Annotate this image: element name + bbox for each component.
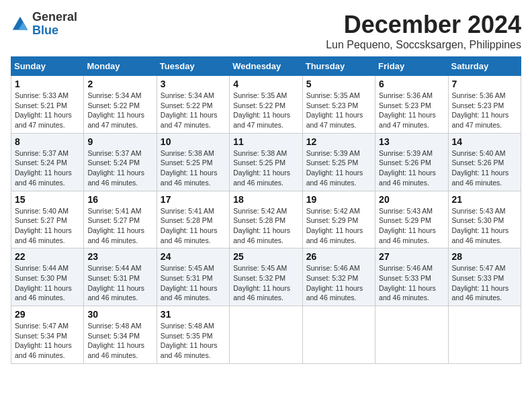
day-number: 27 (379, 251, 444, 262)
week-row-3: 15 Sunrise: 5:40 AMSunset: 5:27 PMDaylig… (11, 191, 521, 248)
day-info: Sunrise: 5:47 AMSunset: 5:34 PMDaylight:… (15, 321, 80, 361)
calendar-cell (230, 306, 302, 364)
calendar-cell: 25 Sunrise: 5:45 AMSunset: 5:32 PMDaylig… (230, 248, 302, 306)
day-number: 7 (452, 79, 517, 89)
day-number: 24 (161, 251, 226, 262)
day-info: Sunrise: 5:45 AMSunset: 5:31 PMDaylight:… (161, 263, 226, 303)
calendar-cell: 12 Sunrise: 5:39 AMSunset: 5:25 PMDaylig… (302, 133, 375, 191)
day-info: Sunrise: 5:43 AMSunset: 5:29 PMDaylight:… (379, 206, 444, 246)
weekday-header-wednesday: Wednesday (230, 57, 302, 76)
location-subtitle: Lun Pequeno, Soccsksargen, Philippines (326, 39, 521, 51)
day-info: Sunrise: 5:43 AMSunset: 5:30 PMDaylight:… (452, 206, 517, 246)
day-info: Sunrise: 5:34 AMSunset: 5:22 PMDaylight:… (161, 91, 226, 130)
calendar-cell: 31 Sunrise: 5:48 AMSunset: 5:35 PMDaylig… (157, 306, 229, 364)
calendar-cell (448, 306, 521, 364)
calendar-cell: 11 Sunrise: 5:38 AMSunset: 5:25 PMDaylig… (230, 133, 302, 191)
day-number: 13 (379, 136, 444, 147)
calendar-cell: 15 Sunrise: 5:40 AMSunset: 5:27 PMDaylig… (11, 191, 84, 248)
day-info: Sunrise: 5:33 AMSunset: 5:21 PMDaylight:… (15, 91, 80, 130)
logo-icon (11, 15, 30, 34)
weekday-header-sunday: Sunday (11, 57, 84, 76)
weekday-header-row: SundayMondayTuesdayWednesdayThursdayFrid… (11, 57, 521, 76)
day-number: 5 (306, 79, 371, 89)
calendar-cell: 7 Sunrise: 5:36 AMSunset: 5:23 PMDayligh… (448, 76, 521, 134)
day-info: Sunrise: 5:34 AMSunset: 5:22 PMDaylight:… (87, 91, 152, 130)
day-info: Sunrise: 5:46 AMSunset: 5:32 PMDaylight:… (306, 263, 371, 303)
calendar-cell: 23 Sunrise: 5:44 AMSunset: 5:31 PMDaylig… (84, 248, 157, 306)
calendar-cell: 21 Sunrise: 5:43 AMSunset: 5:30 PMDaylig… (448, 191, 521, 248)
weekday-header-monday: Monday (84, 57, 157, 76)
day-number: 9 (87, 136, 152, 147)
calendar-cell: 10 Sunrise: 5:38 AMSunset: 5:25 PMDaylig… (157, 133, 229, 191)
day-number: 23 (87, 251, 152, 262)
calendar-cell: 20 Sunrise: 5:43 AMSunset: 5:29 PMDaylig… (375, 191, 448, 248)
calendar-cell (302, 306, 375, 364)
weekday-header-saturday: Saturday (448, 57, 521, 76)
day-info: Sunrise: 5:36 AMSunset: 5:23 PMDaylight:… (379, 91, 444, 130)
day-info: Sunrise: 5:38 AMSunset: 5:25 PMDaylight:… (161, 148, 226, 188)
day-number: 4 (233, 79, 298, 89)
day-info: Sunrise: 5:41 AMSunset: 5:28 PMDaylight:… (161, 206, 226, 246)
day-number: 29 (15, 309, 80, 320)
calendar-cell: 26 Sunrise: 5:46 AMSunset: 5:32 PMDaylig… (302, 248, 375, 306)
day-number: 6 (379, 79, 444, 89)
day-info: Sunrise: 5:44 AMSunset: 5:30 PMDaylight:… (15, 263, 80, 303)
page-header: General Blue December 2024 Lun Pequeno, … (11, 11, 521, 51)
day-number: 15 (15, 194, 80, 205)
day-number: 11 (233, 136, 298, 147)
day-info: Sunrise: 5:35 AMSunset: 5:23 PMDaylight:… (306, 91, 371, 130)
day-number: 2 (87, 79, 152, 89)
day-number: 8 (15, 136, 80, 147)
day-info: Sunrise: 5:40 AMSunset: 5:26 PMDaylight:… (452, 148, 517, 188)
day-info: Sunrise: 5:48 AMSunset: 5:34 PMDaylight:… (87, 321, 152, 361)
title-block: December 2024 Lun Pequeno, Soccsksargen,… (326, 11, 521, 51)
week-row-5: 29 Sunrise: 5:47 AMSunset: 5:34 PMDaylig… (11, 306, 521, 364)
weekday-header-friday: Friday (375, 57, 448, 76)
logo-general: General (32, 10, 77, 24)
day-info: Sunrise: 5:40 AMSunset: 5:27 PMDaylight:… (15, 206, 80, 246)
calendar-cell: 2 Sunrise: 5:34 AMSunset: 5:22 PMDayligh… (84, 76, 157, 134)
calendar-cell: 16 Sunrise: 5:41 AMSunset: 5:27 PMDaylig… (84, 191, 157, 248)
day-info: Sunrise: 5:37 AMSunset: 5:24 PMDaylight:… (15, 148, 80, 188)
day-info: Sunrise: 5:39 AMSunset: 5:25 PMDaylight:… (306, 148, 371, 188)
day-number: 21 (452, 194, 517, 205)
calendar-cell: 24 Sunrise: 5:45 AMSunset: 5:31 PMDaylig… (157, 248, 229, 306)
day-number: 31 (161, 309, 226, 320)
day-number: 14 (452, 136, 517, 147)
day-number: 19 (306, 194, 371, 205)
logo: General Blue (11, 11, 77, 38)
weekday-header-thursday: Thursday (302, 57, 375, 76)
day-info: Sunrise: 5:46 AMSunset: 5:33 PMDaylight:… (379, 263, 444, 303)
day-info: Sunrise: 5:47 AMSunset: 5:33 PMDaylight:… (452, 263, 517, 303)
calendar-cell: 1 Sunrise: 5:33 AMSunset: 5:21 PMDayligh… (11, 76, 84, 134)
day-number: 28 (452, 251, 517, 262)
day-number: 1 (15, 79, 80, 89)
day-info: Sunrise: 5:38 AMSunset: 5:25 PMDaylight:… (233, 148, 298, 188)
week-row-1: 1 Sunrise: 5:33 AMSunset: 5:21 PMDayligh… (11, 76, 521, 134)
calendar-cell: 9 Sunrise: 5:37 AMSunset: 5:24 PMDayligh… (84, 133, 157, 191)
logo-text: General Blue (32, 11, 77, 38)
calendar-cell: 3 Sunrise: 5:34 AMSunset: 5:22 PMDayligh… (157, 76, 229, 134)
day-info: Sunrise: 5:44 AMSunset: 5:31 PMDaylight:… (87, 263, 152, 303)
calendar-cell: 14 Sunrise: 5:40 AMSunset: 5:26 PMDaylig… (448, 133, 521, 191)
day-number: 18 (233, 194, 298, 205)
day-info: Sunrise: 5:48 AMSunset: 5:35 PMDaylight:… (161, 321, 226, 361)
day-number: 26 (306, 251, 371, 262)
weekday-header-tuesday: Tuesday (157, 57, 229, 76)
logo-blue: Blue (32, 24, 58, 37)
day-number: 3 (161, 79, 226, 89)
day-number: 22 (15, 251, 80, 262)
calendar-cell: 27 Sunrise: 5:46 AMSunset: 5:33 PMDaylig… (375, 248, 448, 306)
week-row-2: 8 Sunrise: 5:37 AMSunset: 5:24 PMDayligh… (11, 133, 521, 191)
day-info: Sunrise: 5:41 AMSunset: 5:27 PMDaylight:… (87, 206, 152, 246)
calendar-cell: 4 Sunrise: 5:35 AMSunset: 5:22 PMDayligh… (230, 76, 302, 134)
calendar-cell: 17 Sunrise: 5:41 AMSunset: 5:28 PMDaylig… (157, 191, 229, 248)
day-info: Sunrise: 5:39 AMSunset: 5:26 PMDaylight:… (379, 148, 444, 188)
month-title: December 2024 (326, 11, 521, 39)
day-number: 20 (379, 194, 444, 205)
day-info: Sunrise: 5:35 AMSunset: 5:22 PMDaylight:… (233, 91, 298, 130)
calendar-cell: 29 Sunrise: 5:47 AMSunset: 5:34 PMDaylig… (11, 306, 84, 364)
calendar-cell: 19 Sunrise: 5:42 AMSunset: 5:29 PMDaylig… (302, 191, 375, 248)
day-number: 16 (87, 194, 152, 205)
calendar-cell: 5 Sunrise: 5:35 AMSunset: 5:23 PMDayligh… (302, 76, 375, 134)
